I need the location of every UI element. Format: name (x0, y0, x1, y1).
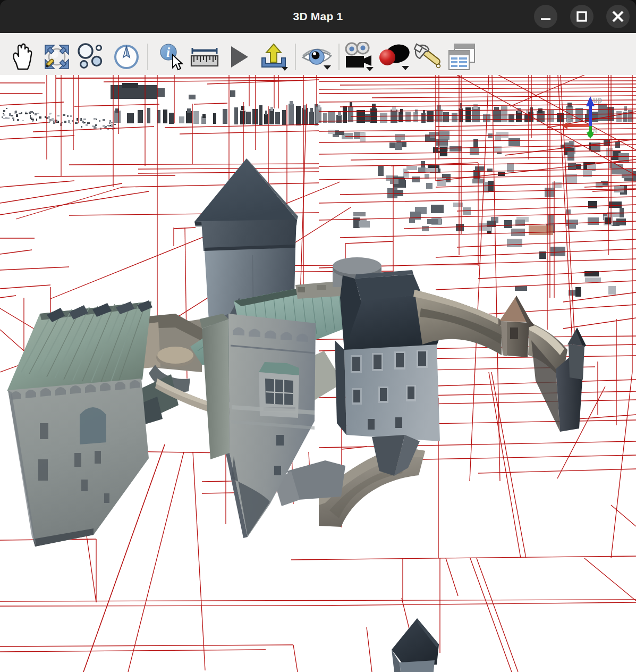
svg-text:N: N (593, 128, 598, 135)
svg-text:E: E (566, 116, 571, 124)
svg-text:up: up (593, 96, 602, 104)
svg-text:i: i (166, 45, 170, 60)
